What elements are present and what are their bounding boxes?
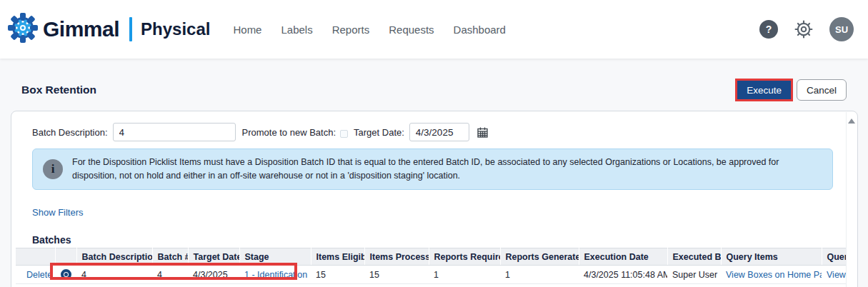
- col-header-items-processed: Items Processed: [364, 248, 429, 266]
- batch-row-radio-selected[interactable]: [61, 269, 71, 280]
- brand-product-name: Physical: [141, 19, 210, 39]
- cell-executed-by: Super User: [667, 266, 721, 284]
- execute-button[interactable]: Execute: [737, 81, 791, 99]
- batches-table-container: Batch Description Batch # Target Date St…: [16, 248, 846, 287]
- delete-link[interactable]: Delete: [26, 270, 52, 280]
- cell-batch-number: 4: [152, 266, 188, 284]
- cell-reports-required: 1: [429, 284, 500, 287]
- calendar-icon[interactable]: [477, 127, 488, 138]
- cell-reports-generated: 1: [500, 284, 579, 287]
- cancel-button[interactable]: Cancel: [797, 79, 847, 101]
- batches-section-title: Batches: [32, 234, 846, 246]
- cell-items-processed: 15: [364, 284, 429, 287]
- cell-reports-generated: 1: [500, 266, 579, 284]
- col-header-query-items: Query Items: [721, 248, 822, 266]
- promote-to-new-batch-label: Promote to new Batch:: [242, 127, 336, 138]
- col-header-action: [16, 248, 55, 266]
- col-header-execution-date: Execution Date: [579, 248, 667, 266]
- col-header-executed-by: Executed By: [667, 248, 721, 266]
- brand-name: Gimmal: [43, 17, 119, 41]
- nav-item-reports[interactable]: Reports: [332, 24, 370, 36]
- cell-items-processed: 15: [364, 266, 429, 284]
- col-header-query-reports: Query R: [822, 248, 846, 266]
- scrollbar-up-icon[interactable]: [848, 119, 855, 124]
- help-icon[interactable]: ?: [759, 20, 778, 39]
- cell-batch-number: 3: [152, 284, 188, 287]
- box-retention-panel: Batch Description: Promote to new Batch:…: [11, 111, 858, 287]
- panel-content: Batch Description: Promote to new Batch:…: [11, 111, 846, 287]
- table-header-row: Batch Description Batch # Target Date St…: [16, 248, 846, 266]
- nav-item-requests[interactable]: Requests: [389, 24, 434, 36]
- promote-to-new-batch-checkbox[interactable]: [340, 130, 348, 138]
- table-row: Delete 4 4 4/3/2025 1 - Identification 1…: [16, 266, 846, 284]
- filter-row: Batch Description: Promote to new Batch:…: [32, 123, 846, 141]
- query-reports-link[interactable]: View Re: [827, 270, 846, 280]
- col-header-stage: Stage: [239, 248, 311, 266]
- target-date-label: Target Date:: [354, 127, 404, 138]
- table-row: Delete 3 3 4/1/2025 1 - Identification 1…: [16, 284, 846, 287]
- user-avatar[interactable]: SU: [829, 17, 854, 41]
- col-header-items-eligible: Items Eligible: [311, 248, 364, 266]
- cell-execution-date: 4/3/2025 11:05:48 AM: [579, 266, 667, 284]
- nav-item-labels[interactable]: Labels: [281, 24, 312, 36]
- info-icon: i: [43, 159, 63, 179]
- brand-divider: [129, 17, 132, 41]
- main-nav: Home Labels Reports Requests Dashboard: [233, 24, 506, 36]
- col-header-target-date: Target Date: [188, 248, 239, 266]
- cell-items-eligible: 15: [311, 266, 364, 284]
- col-header-batch-description: Batch Description: [76, 248, 152, 266]
- cell-batch-description: 4: [76, 266, 152, 284]
- settings-gear-icon[interactable]: [794, 19, 814, 39]
- header-actions: ? SU: [759, 17, 857, 41]
- cell-target-date: 4/3/2025: [188, 266, 239, 284]
- info-banner-text: For the Disposition Picklist Items must …: [72, 156, 822, 183]
- vertical-scrollbar[interactable]: [846, 112, 857, 287]
- action-buttons: Execute Cancel: [735, 79, 847, 101]
- stage-link[interactable]: 1 - Identification: [244, 270, 307, 280]
- col-header-reports-generated: Reports Generated: [500, 248, 579, 266]
- cell-execution-date: 4/3/2025 10:43:43 AM: [579, 284, 667, 287]
- app-header: Gimmal Physical Home Labels Reports Requ…: [0, 0, 868, 59]
- cell-executed-by: Super User: [667, 284, 721, 287]
- query-items-link[interactable]: View Boxes on Home Page: [726, 270, 822, 280]
- target-date-input[interactable]: [409, 123, 469, 141]
- batch-description-label: Batch Description:: [32, 127, 108, 138]
- col-header-select: [55, 248, 76, 266]
- brand-logo[interactable]: Gimmal Physical: [6, 11, 210, 48]
- cell-items-eligible: 15: [311, 284, 364, 287]
- info-banner: i For the Disposition Picklist Items mus…: [32, 148, 833, 190]
- cell-target-date: 4/1/2025: [188, 284, 239, 287]
- page-title: Box Retention: [21, 84, 96, 96]
- nav-item-home[interactable]: Home: [233, 24, 261, 36]
- batch-description-input[interactable]: [113, 123, 236, 141]
- gimmal-gear-logo-icon: [6, 11, 40, 48]
- batches-table: Batch Description Batch # Target Date St…: [16, 248, 846, 287]
- title-row: Box Retention Execute Cancel: [21, 77, 847, 103]
- execute-annotation-rectangle: Execute: [735, 79, 793, 101]
- nav-item-dashboard[interactable]: Dashboard: [454, 24, 506, 36]
- cell-batch-description: 3: [76, 284, 152, 287]
- col-header-reports-required: Reports Required: [429, 248, 500, 266]
- cell-reports-required: 1: [429, 266, 500, 284]
- show-filters-link[interactable]: Show Filters: [32, 207, 84, 218]
- col-header-batch-number: Batch #: [152, 248, 188, 266]
